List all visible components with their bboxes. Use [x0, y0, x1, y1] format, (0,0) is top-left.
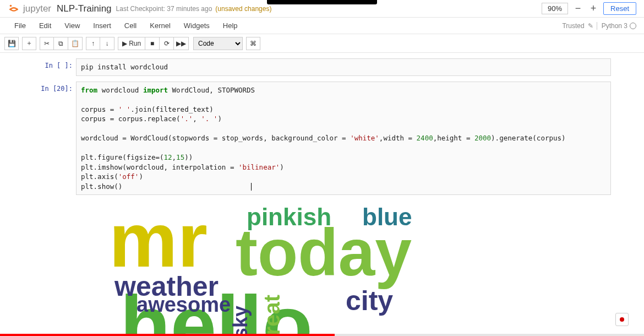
wc-word-city: city — [346, 290, 393, 312]
kernel-status-icon — [630, 23, 636, 29]
notebook-area: In [ ]: pip install wordcloud In [20]: f… — [0, 53, 644, 336]
cell-prompt: In [ ]: — [33, 58, 76, 76]
stop-button[interactable]: ■ — [145, 37, 160, 50]
svg-point-0 — [10, 4, 12, 7]
zoom-controls: 90% − + Reset — [542, 2, 636, 15]
cell-output: mr today hello pinkish blue weather awes… — [76, 200, 611, 336]
wc-word-awesome: awesome — [137, 296, 231, 313]
menu-bar: File Edit View Insert Cell Kernel Widget… — [0, 18, 644, 34]
zoom-value[interactable]: 90% — [542, 3, 568, 14]
wc-word-great: great — [263, 295, 281, 336]
wc-word-pinkish: pinkish — [247, 207, 331, 226]
menu-insert[interactable]: Insert — [86, 19, 118, 32]
paste-button[interactable]: 📋 — [68, 37, 83, 50]
toolbar: 💾 ＋ ✂ ⧉ 📋 ↑ ↓ ▶ Run ■ ⟳ ▶▶ Code ⌘ — [0, 34, 644, 53]
kernel-indicator[interactable]: Python 3 — [597, 22, 636, 30]
zoom-reset-button[interactable]: Reset — [603, 2, 636, 15]
menu-help[interactable]: Help — [216, 19, 244, 32]
wc-word-mr: mr — [109, 209, 208, 271]
run-button[interactable]: ▶ Run — [118, 37, 145, 50]
caption-box — [267, 0, 377, 4]
restart-button[interactable]: ⟳ — [160, 37, 174, 50]
brand-label: jupyter — [23, 3, 51, 14]
copy-button[interactable]: ⧉ — [54, 37, 68, 50]
jupyter-logo-icon — [8, 3, 20, 15]
code-cell-2[interactable]: In [20]: from wordcloud import WordCloud… — [33, 82, 611, 196]
cut-button[interactable]: ✂ — [40, 37, 54, 50]
cell-editor[interactable]: pip install wordcloud — [76, 58, 611, 76]
video-progress-bar[interactable] — [0, 334, 644, 336]
zoom-in-button[interactable]: + — [588, 3, 599, 14]
cell-editor[interactable]: from wordcloud import WordCloud, STOPWOR… — [76, 82, 611, 196]
pencil-icon[interactable]: ✎ — [588, 22, 593, 30]
add-cell-button[interactable]: ＋ — [22, 37, 36, 50]
video-played — [0, 334, 335, 336]
unsaved-label: (unsaved changes) — [215, 5, 271, 13]
menu-kernel[interactable]: Kernel — [143, 19, 177, 32]
move-down-button[interactable]: ↓ — [100, 37, 114, 50]
menu-file[interactable]: File — [8, 19, 32, 32]
kernel-name: Python 3 — [602, 22, 627, 30]
move-up-button[interactable]: ↑ — [86, 37, 100, 50]
notebook-name[interactable]: NLP-Training — [57, 3, 112, 14]
menu-cell[interactable]: Cell — [118, 19, 143, 32]
menu-view[interactable]: View — [58, 19, 86, 32]
cell-prompt: In [20]: — [33, 82, 76, 196]
trusted-label[interactable]: Trusted — [562, 22, 584, 30]
wc-word-today: today — [236, 226, 412, 279]
restart-run-all-button[interactable]: ▶▶ — [174, 37, 189, 50]
cell-type-select[interactable]: Code — [193, 37, 243, 50]
code-cell-1[interactable]: In [ ]: pip install wordcloud — [33, 58, 611, 76]
wordcloud-image: mr today hello pinkish blue weather awes… — [109, 204, 461, 336]
zoom-out-button[interactable]: − — [572, 3, 583, 14]
save-button[interactable]: 💾 — [4, 37, 19, 50]
menu-widgets[interactable]: Widgets — [177, 19, 216, 32]
text-cursor — [251, 183, 252, 191]
record-indicator — [615, 313, 629, 326]
menu-edit[interactable]: Edit — [32, 19, 58, 32]
wc-word-blue: blue — [362, 207, 412, 226]
checkpoint-label: Last Checkpoint: 37 minutes ago — [116, 5, 212, 13]
wc-word-sky: sky — [233, 306, 249, 336]
command-palette-button[interactable]: ⌘ — [246, 37, 260, 50]
